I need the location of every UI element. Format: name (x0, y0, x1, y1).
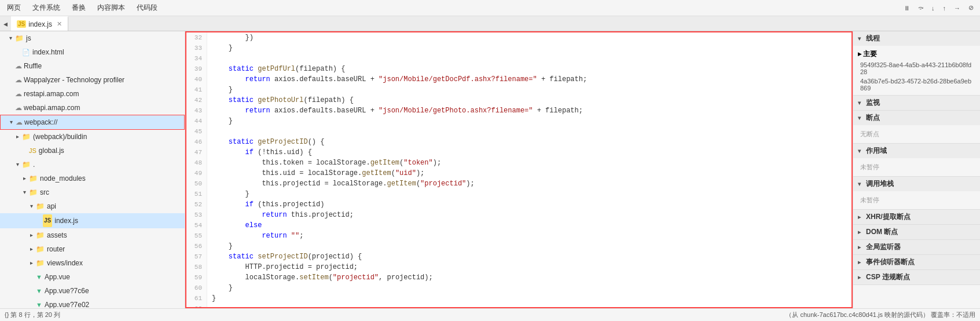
code-line-46: 46 static getProjectID() { (186, 137, 851, 147)
sidebar-item-api-index-js[interactable]: JS index.js (0, 213, 185, 228)
section-arrow (858, 229, 864, 235)
section-breakpoints: 断点 无断点 (853, 111, 980, 144)
section-arrow (858, 244, 864, 250)
sidebar-item-app-vue-7e02[interactable]: ▼ App.vue?7e02 (0, 298, 185, 308)
code-line-52: 52 if (this.projectid) (186, 199, 851, 210)
toolbar-right-controls: ⏸ ⤼ ↓ ↑ → ⊘ (901, 3, 977, 13)
section-dom-header[interactable]: DOM 断点 (853, 225, 980, 239)
sidebar-item-dot[interactable]: 📁 . (0, 158, 185, 172)
section-threads-content: ▸ 主要 9549f325-8ae4-4a5b-a443-211b6b08fd2… (853, 46, 980, 95)
sidebar-item-index-html[interactable]: 📄 index.html (0, 45, 185, 59)
code-line-42: 42 static getPhotoUrl(filepath) { (186, 95, 851, 105)
code-line-61: 61 } (186, 293, 851, 304)
sidebar-item-ruffle[interactable]: ☁ Ruffle (0, 59, 185, 73)
sidebar-label: restapi.amap.com (24, 88, 79, 100)
code-line-58: 58 HTTP.projectid = projectid; (186, 262, 851, 272)
section-csp-header[interactable]: CSP 违规断点 (853, 270, 980, 284)
section-watch: 监视 (853, 96, 980, 111)
cloud-icon: ☁ (16, 116, 23, 128)
section-event-listener: 事件侦听器断点 (853, 255, 980, 270)
code-content: 32 }) 33 } 34 39 static getPdfUrl(filepa… (186, 32, 851, 308)
arrow-icon (23, 173, 29, 184)
section-label: 调用堆栈 (866, 179, 894, 189)
section-breakpoints-content: 无断点 (853, 125, 980, 143)
section-label: 作用域 (866, 146, 887, 156)
sidebar-item-webpack-buildin[interactable]: 📁 (webpack)/buildin (0, 130, 185, 144)
sidebar-item-global-js[interactable]: JS global.js (0, 144, 185, 158)
step-out-button[interactable]: ↑ (940, 3, 949, 13)
section-threads-header[interactable]: 线程 (853, 31, 980, 46)
sidebar-label: index.html (32, 46, 64, 58)
sidebar-item-webpack[interactable]: ☁ webpack:// (0, 115, 185, 130)
folder-icon: 📁 (29, 187, 38, 198)
sidebar-item-node-modules[interactable]: 📁 node_modules (0, 172, 185, 185)
code-line-32: 32 }) (186, 32, 851, 43)
sidebar-label: node_modules (40, 173, 86, 184)
section-callstack: 调用堆栈 未暂停 (853, 177, 980, 210)
menu-content-scripts[interactable]: 内容脚本 (94, 2, 129, 14)
step-button[interactable]: → (951, 3, 963, 13)
sidebar-item-restapi[interactable]: ☁ restapi.amap.com (0, 87, 185, 101)
sidebar-label: router (47, 243, 65, 255)
section-csp: CSP 违规断点 (853, 270, 980, 285)
tab-close-button[interactable]: ✕ (57, 20, 62, 28)
section-label: 监视 (866, 98, 880, 108)
sidebar-label: global.js (39, 145, 64, 156)
section-scope-header[interactable]: 作用域 (853, 144, 980, 158)
section-event-listener-header[interactable]: 事件侦听器断点 (853, 255, 980, 269)
code-line-54: 54 else (186, 220, 851, 231)
arrow-icon (30, 229, 36, 241)
section-label: 线程 (866, 34, 880, 43)
sidebar-item-views[interactable]: 📁 views/index (0, 256, 185, 270)
tab-nav-prev[interactable]: ◂ (0, 19, 11, 28)
step-over-button[interactable]: ⤼ (915, 3, 926, 13)
sidebar-item-src[interactable]: 📁 src (0, 185, 185, 199)
deactivate-button[interactable]: ⊘ (966, 3, 977, 13)
menu-overrides[interactable]: 番换 (68, 2, 89, 14)
sidebar-label: src (40, 187, 49, 198)
section-arrow (858, 181, 864, 187)
code-line-50: 50 this.projectid = localStorage.getItem… (186, 178, 851, 189)
arrow-icon (23, 187, 29, 198)
folder-icon: 📁 (36, 200, 45, 212)
folder-icon: 📁 (36, 243, 45, 255)
sidebar-item-app-vue-7c6e[interactable]: ▼ App.vue?7c6e (0, 284, 185, 298)
sidebar-label: index.js (54, 215, 78, 227)
menu-webpage[interactable]: 网页 (3, 2, 24, 14)
status-left: {} 第 8 行，第 20 列 (5, 311, 60, 319)
tab-index-js[interactable]: JS index.js ✕ (11, 16, 68, 31)
step-into-button[interactable]: ↓ (928, 3, 938, 13)
arrow-icon (30, 200, 36, 212)
section-global-header[interactable]: 全局监听器 (853, 240, 980, 254)
code-line-55: 55 return ""; (186, 231, 851, 241)
section-watch-header[interactable]: 监视 (853, 96, 980, 110)
menu-filesystem[interactable]: 文件系统 (29, 2, 64, 14)
sidebar-item-assets[interactable]: 📁 assets (0, 228, 185, 242)
code-editor[interactable]: 32 }) 33 } 34 39 static getPdfUrl(filepa… (185, 31, 853, 308)
js-file-icon: JS (17, 20, 26, 28)
cursor-position: {} 第 8 行，第 20 列 (5, 311, 60, 319)
sidebar-label: webpack:// (24, 116, 57, 128)
top-menubar: 网页 文件系统 番换 内容脚本 代码段 ⏸ ⤼ ↓ ↑ → ⊘ (0, 0, 980, 16)
section-scope-content: 未暂停 (853, 158, 980, 176)
sidebar-label: js (26, 32, 31, 44)
menu-snippets[interactable]: 代码段 (133, 2, 161, 14)
code-line-47: 47 if (!this.uid) { (186, 147, 851, 158)
sidebar-item-app-vue[interactable]: ▼ App.vue (0, 270, 185, 284)
sidebar-item-js[interactable]: 📁 js (0, 31, 185, 45)
section-breakpoints-header[interactable]: 断点 (853, 111, 980, 125)
file-tree-sidebar: 📁 js 📄 index.html ☁ Ruffle ☁ Wappalyzer … (0, 31, 185, 308)
debugger-right-panel: 线程 ▸ 主要 9549f325-8ae4-4a5b-a443-211b6b08… (853, 31, 980, 308)
status-right: （从 chunk-7ac617bc.c4c80d41.js 映射的源代码） 覆盖… (786, 311, 975, 319)
folder-icon: 📁 (22, 131, 31, 143)
sidebar-item-webapi[interactable]: ☁ webapi.amap.com (0, 101, 185, 115)
pause-button[interactable]: ⏸ (901, 3, 913, 13)
section-xhr-header[interactable]: XHR/提取断点 (853, 210, 980, 224)
section-label: CSP 违规断点 (866, 272, 910, 282)
section-callstack-header[interactable]: 调用堆栈 (853, 177, 980, 191)
sidebar-item-api[interactable]: 📁 api (0, 199, 185, 213)
section-threads: 线程 ▸ 主要 9549f325-8ae4-4a5b-a443-211b6b08… (853, 31, 980, 96)
scope-not-paused: 未暂停 (858, 160, 975, 174)
sidebar-item-router[interactable]: 📁 router (0, 242, 185, 256)
sidebar-item-wappalyzer[interactable]: ☁ Wappalyzer - Technology profiler (0, 73, 185, 87)
